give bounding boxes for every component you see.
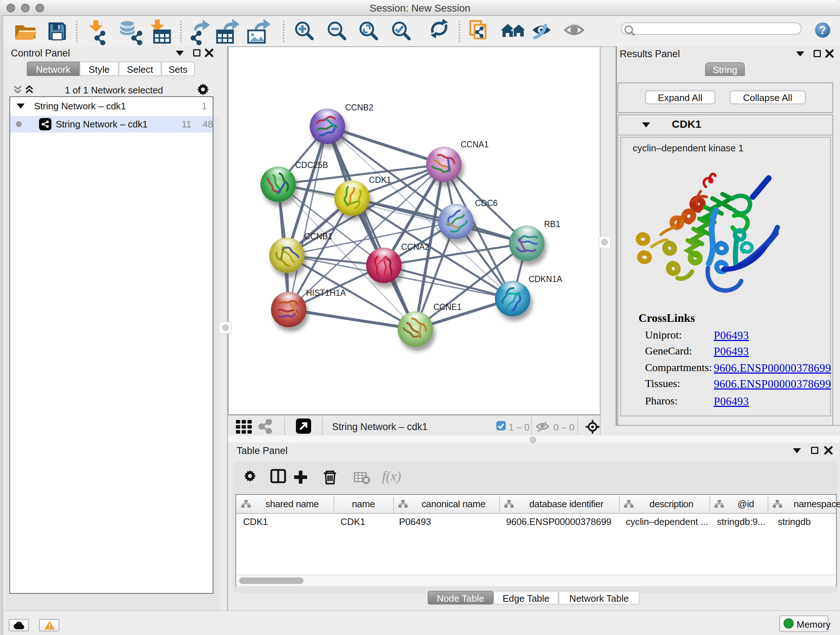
svg-text:f(x): f(x) [382, 469, 401, 484]
svg-text:?: ? [819, 24, 826, 36]
